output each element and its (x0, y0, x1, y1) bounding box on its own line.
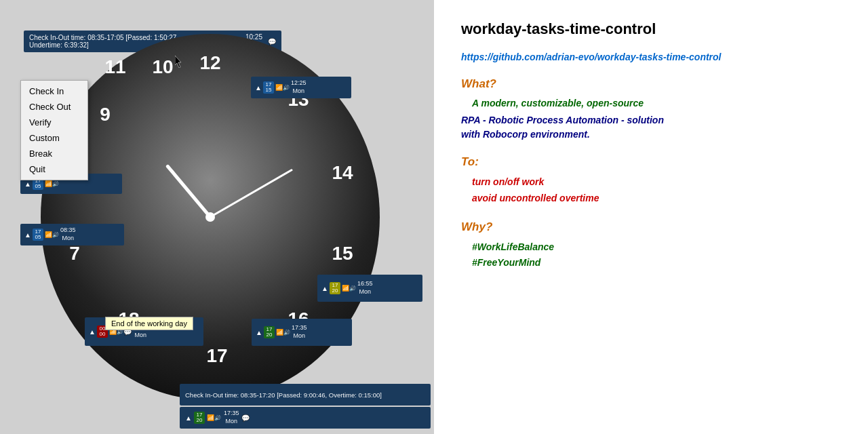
taskbar-bottom2: ▲ 1720 📶 🔊 17:35Mon 💬 (180, 407, 431, 429)
why-item-1: #WorkLifeBalance (472, 239, 841, 256)
what-heading: What? (461, 77, 841, 91)
time-tb2: 12:25Mon (291, 79, 307, 95)
chevron-bottom[interactable]: ▲ (185, 414, 192, 422)
menu-item-verify[interactable]: Verify (21, 115, 87, 130)
to-section: To: turn on/off work avoid uncontrolled … (461, 155, 841, 207)
vol-tb6: 🔊 (283, 330, 290, 336)
time-tb4: 16:55Mon (357, 280, 373, 296)
what-line2: RPA - Robotic Process Automation - solut… (461, 113, 841, 127)
context-menu: Check In Check Out Verify Custom Break Q… (20, 80, 88, 180)
why-section: Why? #WorkLifeBalance #FreeYourMind (461, 220, 841, 272)
chevron-tb2[interactable]: ▲ (255, 84, 262, 92)
tooltip-end-of-day: End of the working day (105, 317, 193, 330)
taskbar-6: ▲ 1720 📶 🔊 17:35Mon (252, 319, 352, 346)
minute-hand (210, 169, 293, 218)
time-tb3: 08:35Mon (60, 226, 76, 242)
wifi-tb3: 📶 (45, 231, 52, 238)
time-tb6: 17:35Mon (292, 324, 307, 340)
chevron-tb3[interactable]: ▲ (24, 231, 31, 239)
why-heading: Why? (461, 220, 841, 234)
chevron-tb5[interactable]: ▲ (89, 328, 96, 336)
chevron-tb1[interactable]: ▲ (24, 180, 31, 188)
wifi-bottom: 📶 (207, 414, 214, 421)
vol-tb4: 🔊 (349, 285, 356, 292)
wifi-tb2: 📶 (275, 84, 283, 91)
what-line3: with Robocorp environment. (461, 127, 841, 142)
taskbar-bottom: Check In-Out time: 08:35-17:20 [Passed: … (180, 384, 431, 406)
right-panel: workday-tasks-time-control https://githu… (434, 0, 868, 434)
menu-item-checkout[interactable]: Check Out (21, 99, 87, 115)
taskbar-4: ▲ 1720 📶 🔊 16:55Mon (317, 275, 422, 302)
menu-item-checkin[interactable]: Check In (21, 83, 87, 99)
app-link[interactable]: https://github.com/adrian-evo/workday-ta… (461, 52, 841, 62)
vol-tb1: 🔊 (52, 181, 59, 187)
time-bottom: 17:35Mon (224, 410, 239, 425)
menu-item-quit[interactable]: Quit (21, 161, 87, 177)
taskbar-3: ▲ 1705 📶 🔊 08:35Mon (20, 224, 124, 245)
taskbar-2: ▲ 1715 📶 🔊 12:25Mon (251, 77, 351, 98)
menu-item-custom[interactable]: Custom (21, 130, 87, 146)
wifi-tb6: 📶 (276, 329, 283, 336)
left-panel: Check In-Out time: 08:35-17:05 [Passed: … (0, 0, 434, 434)
badge-bottom: 1720 (194, 412, 205, 424)
badge-tb6: 1720 (264, 326, 275, 338)
hour-hand (165, 164, 212, 218)
wifi-tb4: 📶 (342, 285, 349, 292)
to-item-1: turn on/off work (472, 174, 841, 191)
why-item-2: #FreeYourMind (472, 255, 841, 271)
vol-bottom: 🔊 (214, 415, 221, 421)
to-heading: To: (461, 155, 841, 169)
badge-tb2: 1715 (263, 81, 274, 94)
chevron-tb4[interactable]: ▲ (321, 285, 328, 292)
vol-tb2: 🔊 (283, 85, 290, 91)
to-item-2: avoid uncontrolled overtime (472, 191, 841, 207)
what-line1: A modern, customizable, open-source (461, 96, 841, 111)
menu-item-break[interactable]: Break (21, 146, 87, 161)
what-section: What? A modern, customizable, open-sourc… (461, 77, 841, 142)
chevron-tb6[interactable]: ▲ (256, 329, 262, 336)
to-items-list: turn on/off work avoid uncontrolled over… (461, 174, 841, 207)
app-title: workday-tasks-time-control (461, 20, 841, 38)
vol-tb3: 🔊 (52, 232, 59, 238)
taskbar-bottom-text: Check In-Out time: 08:35-17:20 [Passed: … (185, 391, 425, 399)
badge-tb3: 1705 (33, 229, 43, 241)
why-items-list: #WorkLifeBalance #FreeYourMind (461, 239, 841, 272)
badge-tb4: 1720 (330, 282, 340, 294)
msg-bottom: 💬 (241, 414, 250, 422)
clock-center (205, 212, 215, 222)
wifi-tb1: 📶 (45, 180, 52, 187)
